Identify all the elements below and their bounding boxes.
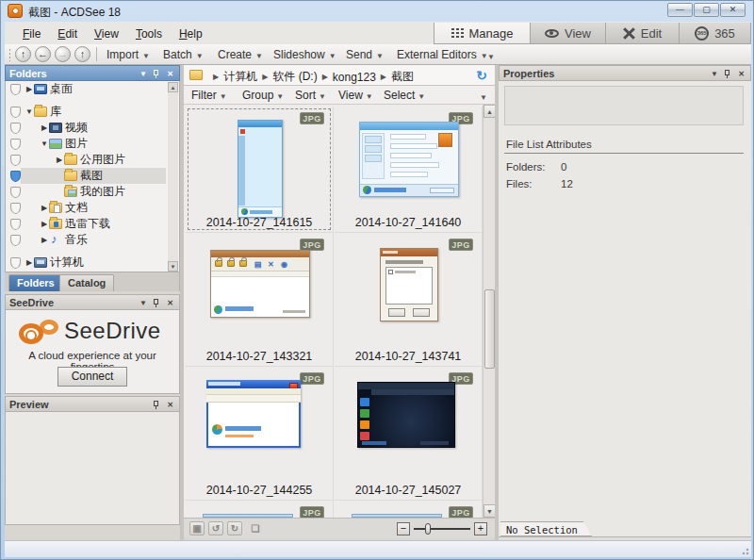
thumbnail-image[interactable] <box>206 380 301 448</box>
sidebar-item-pictures[interactable]: ▼ 图片 <box>6 136 179 152</box>
thumbnail-image[interactable] <box>357 382 455 448</box>
scroll-down-icon[interactable]: ▼ <box>168 261 178 272</box>
rotate-left-icon[interactable]: ↺ <box>208 521 223 535</box>
seedrive-menu-chevron-icon[interactable]: ▼ <box>139 299 147 307</box>
breadcrumb-drive-d[interactable]: 软件 (D:) <box>272 69 317 85</box>
zoom-out-button[interactable]: − <box>397 522 410 535</box>
menu-tools[interactable]: Tools <box>127 25 171 42</box>
breadcrumb-screenshots[interactable]: 截图 <box>391 69 414 85</box>
seedrive-close-icon[interactable]: ✕ <box>167 299 173 307</box>
forward-button[interactable]: → <box>55 46 71 62</box>
file-tile[interactable]: JPG 2014-10-27_145027 <box>335 367 483 501</box>
expand-chevron-icon[interactable]: ▶ <box>25 85 34 93</box>
sidebar-item-music[interactable]: ▶ 音乐 <box>6 232 179 248</box>
zoom-in-button[interactable]: + <box>474 522 487 535</box>
properties-pin-icon[interactable] <box>724 70 731 78</box>
sort-dropdown[interactable]: Sort▼ <box>295 89 326 102</box>
send-dropdown[interactable]: Send▼ <box>346 48 384 61</box>
connect-button[interactable]: Connect <box>57 367 127 387</box>
mode-365-button[interactable]: 365 365 <box>680 23 751 44</box>
collapse-chevron-icon[interactable]: ▼ <box>25 107 34 116</box>
mode-manage-button[interactable]: Manage <box>434 23 531 44</box>
external-editors-dropdown[interactable]: External Editors▼ <box>397 48 488 61</box>
expand-chevron-icon[interactable]: ▶ <box>40 124 49 132</box>
file-tile[interactable]: JPG 2014-10-27_141640 <box>335 107 483 233</box>
mode-edit-button[interactable]: Edit <box>606 23 680 44</box>
scrollbar-thumb[interactable] <box>484 289 495 369</box>
tree-scrollbar[interactable]: ▲ ▼ <box>168 82 178 272</box>
maximize-button[interactable]: ▢ <box>694 3 719 17</box>
close-button[interactable]: ✕ <box>720 3 746 17</box>
resize-grip[interactable] <box>740 546 749 555</box>
file-tile-partial[interactable]: JPG <box>186 501 334 518</box>
expand-chevron-icon[interactable]: ▶ <box>40 236 49 244</box>
properties-close-icon[interactable]: ✕ <box>738 70 745 78</box>
quick-select-shield-icon[interactable] <box>10 235 21 246</box>
batch-dropdown[interactable]: Batch▼ <box>163 48 204 61</box>
breadcrumb-kong123[interactable]: kong123 <box>333 71 376 84</box>
thumbnail-image[interactable]: ▤✕◉ <box>210 250 310 318</box>
sidebar-item-desktop[interactable]: ▶ 桌面 <box>6 81 179 97</box>
quick-select-shield-icon[interactable] <box>10 219 21 230</box>
file-name[interactable]: 2014-10-27_141615 <box>186 216 333 229</box>
expand-chevron-icon[interactable]: ▶ <box>40 204 49 212</box>
select-dropdown[interactable]: Select▼ <box>384 89 425 102</box>
sidebar-item-libraries[interactable]: ▼ 库 <box>6 104 179 120</box>
filter-dropdown[interactable]: Filter▼ <box>191 89 227 102</box>
properties-panel-header[interactable]: Properties ▼ ✕ <box>499 65 751 81</box>
thumbnail-image[interactable] <box>238 120 283 218</box>
thumbnail-image[interactable] <box>359 122 459 197</box>
up-button[interactable]: ↑ <box>74 46 90 62</box>
menu-help[interactable]: Help <box>171 25 211 42</box>
view-image-icon[interactable]: ▣ <box>189 521 205 535</box>
sidebar-item-thunder-downloads[interactable]: ▶ 迅雷下载 <box>6 216 179 232</box>
sidebar-item-videos[interactable]: ▶ 视频 <box>6 120 179 136</box>
expand-chevron-icon[interactable]: ▶ <box>25 258 34 267</box>
file-name[interactable]: 2014-10-27_145027 <box>335 484 482 497</box>
quick-select-shield-icon[interactable] <box>10 155 21 166</box>
file-name[interactable]: 2014-10-27_144255 <box>186 484 333 497</box>
slideshow-dropdown[interactable]: Slideshow▼ <box>273 48 336 61</box>
sidebar-item-computer[interactable]: ▶ 计算机 <box>6 255 179 271</box>
file-tile[interactable]: JPG ▤✕◉ 2014-10-27_143321 <box>186 233 334 367</box>
menu-view[interactable]: View <box>86 25 127 42</box>
expand-chevron-icon[interactable]: ▶ <box>55 156 64 164</box>
quick-select-shield-icon[interactable] <box>10 257 21 269</box>
menu-edit[interactable]: Edit <box>49 25 86 42</box>
folders-pin-icon[interactable] <box>153 70 160 78</box>
filterbar-overflow-chevron[interactable]: ▼ <box>480 93 487 102</box>
quick-select-shield-icon[interactable] <box>10 203 21 214</box>
tab-catalog[interactable]: Catalog <box>59 274 114 291</box>
file-tile[interactable]: JPG 2014-10-27_141615 <box>186 107 334 233</box>
view-dropdown[interactable]: View▼ <box>338 89 373 102</box>
sidebar-item-public-pictures[interactable]: ▶ 公用图片 <box>6 152 179 168</box>
expand-chevron-icon[interactable]: ▶ <box>40 220 49 228</box>
mode-view-button[interactable]: View <box>531 23 606 44</box>
quick-select-shield-icon[interactable] <box>10 84 21 95</box>
quick-select-shield-icon[interactable] <box>10 139 21 150</box>
create-dropdown[interactable]: Create▼ <box>218 48 263 61</box>
menu-file[interactable]: File <box>14 25 49 42</box>
quick-select-shield-icon[interactable] <box>10 171 21 182</box>
scroll-up-icon[interactable]: ▲ <box>168 82 178 92</box>
import-dropdown[interactable]: Import▼ <box>107 48 150 61</box>
folders-panel-header[interactable]: Folders ▼ ✕ <box>5 65 180 81</box>
sidebar-item-documents[interactable]: ▶ 文档 <box>6 200 179 216</box>
minimize-button[interactable]: — <box>667 3 693 17</box>
group-dropdown[interactable]: Group▼ <box>242 89 284 102</box>
seedrive-pin-icon[interactable] <box>153 299 160 307</box>
rotate-right-icon[interactable]: ↻ <box>227 521 242 535</box>
breadcrumb-computer[interactable]: 计算机 <box>223 69 257 85</box>
sidebar-item-my-pictures[interactable]: 我的图片 <box>6 184 179 200</box>
toolbar-overflow-chevron[interactable]: ▼ <box>487 53 495 61</box>
zoom-slider-track[interactable] <box>414 528 470 530</box>
file-list-scrollbar[interactable]: ▲ ▼ <box>483 105 495 518</box>
sidebar-item-screenshots[interactable]: 截图 <box>6 168 179 184</box>
thumbnail-image[interactable] <box>380 248 438 321</box>
toolbar-grip[interactable] <box>8 48 11 61</box>
preview-close-icon[interactable]: ✕ <box>167 401 173 409</box>
zoom-slider-thumb[interactable] <box>425 523 431 535</box>
file-name[interactable]: 2014-10-27_143741 <box>335 350 482 363</box>
file-name[interactable]: 2014-10-27_143321 <box>186 350 333 363</box>
file-tile[interactable]: JPG 2014-10-27_144255 <box>186 367 334 501</box>
